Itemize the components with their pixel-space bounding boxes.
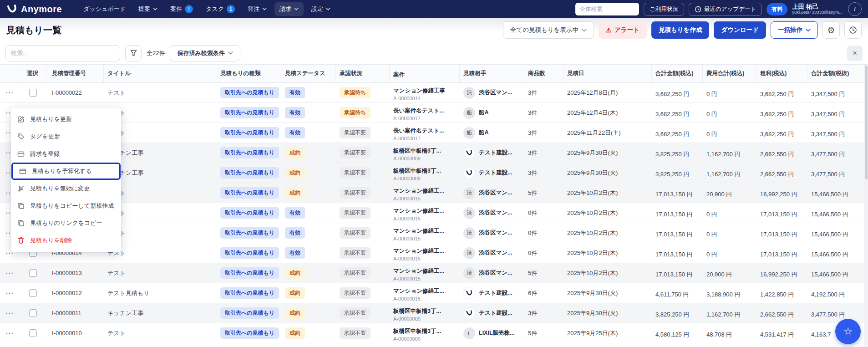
edit-icon: [17, 116, 25, 123]
context-menu-item-8[interactable]: 見積もりを削除: [11, 232, 121, 249]
column-header-2[interactable]: 選択: [19, 65, 46, 82]
context-menu-item-1[interactable]: 見積もりを更新: [11, 111, 121, 128]
column-header-12[interactable]: 合計金額(税込): [652, 65, 703, 82]
project-name[interactable]: 板橋区中板橋3丁...: [393, 147, 456, 155]
history-button[interactable]: [844, 21, 862, 39]
row-menu-button[interactable]: ⋯: [5, 328, 14, 338]
close-filter-button[interactable]: ×: [847, 46, 863, 61]
row-menu-button[interactable]: ⋯: [5, 288, 14, 298]
nav-item-7[interactable]: 設定: [306, 2, 335, 16]
scrollbar-thumb[interactable]: [865, 66, 868, 179]
partner-cell: 渋渋谷区マン...: [460, 187, 524, 199]
nav-item-5[interactable]: 発注: [243, 2, 272, 16]
cost-incl-tax: 48,708 円: [703, 328, 756, 338]
project-code: A-00000015: [393, 296, 456, 301]
project-name[interactable]: 板橋区中板橋3丁...: [393, 167, 456, 175]
context-menu-item-2[interactable]: タグを更新: [11, 128, 121, 145]
card-icon: [19, 168, 27, 175]
favorite-fab-button[interactable]: ☆: [835, 319, 861, 344]
info-button[interactable]: i: [848, 2, 862, 16]
context-menu-item-4[interactable]: 見積もりを予算化する: [11, 163, 121, 180]
project-name[interactable]: マンション修繕工...: [393, 287, 456, 295]
row-checkbox[interactable]: [29, 89, 37, 97]
column-header-8[interactable]: 案件: [390, 65, 460, 82]
context-menu-item-3[interactable]: 請求を登録: [11, 145, 121, 163]
project-name[interactable]: 長い案件名テスト...: [393, 107, 456, 115]
estimate-type-cell: 取引先への見積もり: [218, 287, 281, 299]
project-name[interactable]: 板橋区中板橋3丁...: [393, 327, 456, 335]
estimate-type-badge: 取引先への見積もり: [220, 87, 279, 98]
estimate-id: I-00000013: [46, 270, 104, 276]
column-header-3[interactable]: 見積管理番号: [46, 65, 104, 82]
column-header-14[interactable]: 粗利(税込): [756, 65, 807, 82]
project-cell: マンション修繕工...A-00000015: [390, 205, 460, 221]
project-cell: 板橋区中板橋3丁...A-00000009: [390, 165, 460, 181]
column-header-13[interactable]: 費用合計(税込): [703, 65, 756, 82]
row-menu-cell: ⋯: [0, 88, 19, 97]
context-menu-item-label: 見積もりを無効に変更: [30, 184, 90, 193]
project-name[interactable]: マンション修繕工...: [393, 267, 456, 275]
column-header-4[interactable]: タイトル: [104, 65, 218, 82]
context-menu-item-6[interactable]: 見積もりをコピーして新規作成: [11, 197, 121, 214]
column-header-5[interactable]: 見積もりの種類: [218, 65, 281, 82]
usage-button[interactable]: ご利用状況: [644, 3, 684, 16]
global-search-input[interactable]: [575, 3, 639, 15]
saved-filters-dropdown[interactable]: 保存済み検索条件: [170, 45, 240, 61]
profit-incl-tax: 4,531,417 円: [756, 328, 807, 338]
project-name[interactable]: 板橋区中板橋3丁...: [393, 307, 456, 315]
project-cell: マンション修繕工...A-00000015: [390, 285, 460, 301]
column-header-10[interactable]: 商品数: [524, 65, 563, 82]
recent-updates-button[interactable]: 最近のアップデート: [689, 3, 762, 16]
row-menu-button[interactable]: ⋯: [5, 88, 14, 97]
nav-item-3[interactable]: 案件!: [165, 2, 198, 16]
context-menu-item-5[interactable]: 見積もりを無効に変更: [11, 180, 121, 197]
partner-name: LIXIL販売株...: [479, 329, 514, 337]
nav-item-4[interactable]: タスク1: [201, 2, 240, 16]
row-menu-button[interactable]: ⋯: [5, 268, 14, 278]
project-code: A-00000015: [393, 196, 456, 201]
filter-button[interactable]: [125, 45, 142, 61]
settings-button[interactable]: ⚙: [822, 21, 840, 39]
project-cell: マンション修繕工...A-00000015: [390, 245, 460, 261]
vertical-scrollbar[interactable]: [864, 65, 868, 347]
filter-toolbar: 全22件 保存済み検索条件 ×: [0, 42, 868, 65]
estimate-date: 2025年10月2日(木): [563, 249, 652, 257]
total-excl-tax: 15,466,500 円: [807, 208, 868, 218]
table-search-input[interactable]: [5, 45, 120, 61]
column-header-11[interactable]: 見積日: [563, 65, 652, 82]
cost-incl-tax: 20,900 円: [703, 268, 756, 278]
partner-avatar: L: [463, 327, 475, 339]
project-name[interactable]: 長い案件名テスト...: [393, 127, 456, 135]
nav-item-1[interactable]: ダッシュボード: [78, 2, 131, 16]
estimate-type-cell: 取引先への見積もり: [218, 87, 281, 98]
row-checkbox[interactable]: [29, 329, 37, 337]
nav-item-6[interactable]: 請求: [274, 2, 304, 16]
context-menu-item-7[interactable]: 見積もりのリンクをコピー: [11, 214, 121, 232]
user-block[interactable]: 上田 祐己 yuki.ueta+33333@anym...: [792, 3, 843, 15]
page-header: 見積もり一覧 全ての見積もりを表示中 ⚠ アラート 見積もりを作成 ダウンロード…: [0, 18, 868, 42]
create-estimate-button[interactable]: 見積もりを作成: [651, 21, 709, 39]
brand[interactable]: Anymore: [6, 4, 62, 15]
row-checkbox[interactable]: [29, 289, 37, 297]
row-checkbox[interactable]: [29, 269, 37, 277]
alert-button[interactable]: ⚠ アラート: [599, 21, 647, 39]
invalid-icon: [17, 185, 25, 192]
column-header-15[interactable]: 合計金額(税抜): [807, 65, 868, 82]
column-header-1[interactable]: [0, 65, 19, 82]
row-select-cell: [19, 89, 46, 97]
project-name[interactable]: マンション修繕工...: [393, 227, 456, 235]
download-button[interactable]: ダウンロード: [714, 21, 766, 39]
bulk-actions-dropdown[interactable]: 一括操作: [771, 21, 818, 39]
column-header-6[interactable]: 見積ステータス: [281, 65, 336, 82]
row-checkbox[interactable]: [29, 309, 37, 317]
row-menu-button[interactable]: ⋯: [5, 308, 14, 318]
column-header-9[interactable]: 見積相手: [460, 65, 524, 82]
column-header-7[interactable]: 承認状況: [336, 65, 390, 82]
project-name[interactable]: マンション修繕工...: [393, 187, 456, 195]
nav-item-2[interactable]: 提案: [133, 2, 162, 16]
view-filter-dropdown[interactable]: 全ての見積もりを表示中: [503, 21, 594, 39]
project-name[interactable]: マンション修繕工事: [393, 87, 456, 95]
estimate-status-badge: 成約: [285, 147, 305, 158]
project-name[interactable]: マンション修繕工...: [393, 247, 456, 255]
project-name[interactable]: マンション修繕工...: [393, 207, 456, 215]
